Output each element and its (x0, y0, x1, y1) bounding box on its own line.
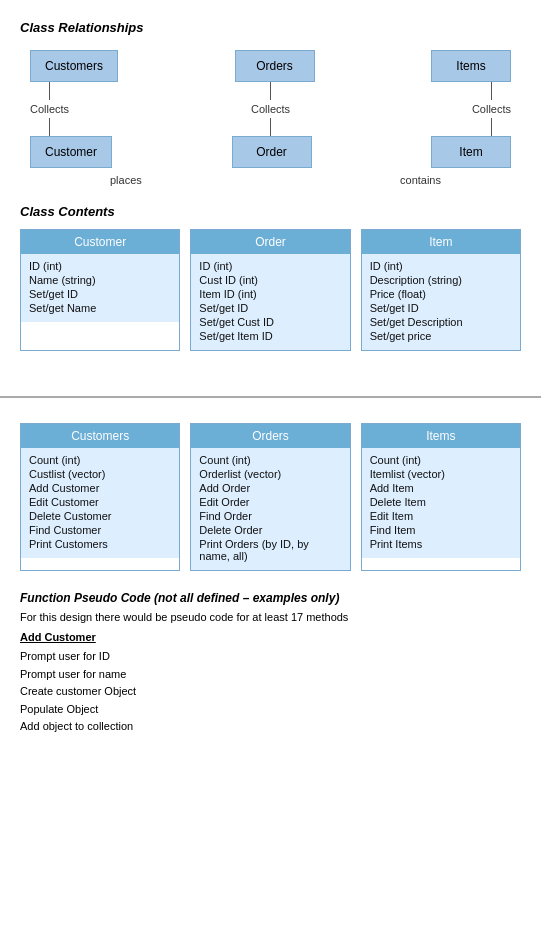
cust-coll-item-5: Find Customer (29, 524, 171, 536)
contains-label: contains (400, 174, 441, 186)
customers-top-box: Customers (30, 50, 118, 82)
order-body: ID (int) Cust ID (int) Item ID (int) Set… (191, 254, 349, 350)
line1 (49, 82, 50, 100)
func-code-line-1: Prompt user for name (20, 666, 521, 684)
connector-orders: Collects (251, 82, 290, 136)
item-item-5: Set/get price (370, 330, 512, 342)
order-item-1: Cust ID (int) (199, 274, 341, 286)
page-top: Class Relationships Customers Orders Ite… (0, 0, 541, 381)
order-content-box: Order ID (int) Cust ID (int) Item ID (in… (190, 229, 350, 351)
customer-item-3: Set/get Name (29, 302, 171, 314)
customer-item-0: ID (int) (29, 260, 171, 272)
func-code-line-3: Populate Object (20, 701, 521, 719)
label-collects-1: Collects (30, 103, 69, 115)
func-code-line-0: Prompt user for ID (20, 648, 521, 666)
item-bottom-box: Item (431, 136, 511, 168)
customer-body: ID (int) Name (string) Set/get ID Set/ge… (21, 254, 179, 322)
customers-coll-header: Customers (21, 424, 179, 448)
connector-customers: Collects (30, 82, 69, 136)
item-item-2: Price (float) (370, 288, 512, 300)
order-item-2: Item ID (int) (199, 288, 341, 300)
line6 (491, 118, 492, 136)
customer-content-box: Customer ID (int) Name (string) Set/get … (20, 229, 180, 351)
order-item-4: Set/get Cust ID (199, 316, 341, 328)
bottom-section: Customers Count (int) Custlist (vector) … (0, 413, 541, 746)
rel-bottom-row: Customer Order Item (30, 136, 511, 168)
items-coll-body: Count (int) Itemlist (vector) Add Item D… (362, 448, 520, 558)
customers-coll-body: Count (int) Custlist (vector) Add Custom… (21, 448, 179, 558)
customer-item-2: Set/get ID (29, 288, 171, 300)
cust-coll-item-4: Delete Customer (29, 510, 171, 522)
functions-section: Function Pseudo Code (not all defined – … (20, 591, 521, 736)
section2-title: Class Contents (20, 204, 521, 219)
customer-item-1: Name (string) (29, 274, 171, 286)
connector-items: Collects (472, 82, 511, 136)
order-bottom-box: Order (232, 136, 312, 168)
cust-coll-item-0: Count (int) (29, 454, 171, 466)
func-desc: For this design there would be pseudo co… (20, 611, 521, 623)
line3 (270, 82, 271, 100)
label-collects-2: Collects (251, 103, 290, 115)
items-top-box: Items (431, 50, 511, 82)
orders-top-box: Orders (235, 50, 315, 82)
item-coll-item-2: Add Item (370, 482, 512, 494)
orders-collection-box: Orders Count (int) Orderlist (vector) Ad… (190, 423, 350, 571)
cust-coll-item-2: Add Customer (29, 482, 171, 494)
collections-area: Customers Count (int) Custlist (vector) … (20, 423, 521, 571)
items-coll-header: Items (362, 424, 520, 448)
item-item-4: Set/get Description (370, 316, 512, 328)
item-header: Item (362, 230, 520, 254)
ord-coll-item-1: Orderlist (vector) (199, 468, 341, 480)
item-coll-item-5: Find Item (370, 524, 512, 536)
relationships-diagram: Customers Orders Items Collects Collects… (20, 45, 521, 194)
ord-coll-item-6: Print Orders (by ID, by name, all) (199, 538, 341, 562)
cust-coll-item-1: Custlist (vector) (29, 468, 171, 480)
item-body: ID (int) Description (string) Price (flo… (362, 254, 520, 350)
items-collection-box: Items Count (int) Itemlist (vector) Add … (361, 423, 521, 571)
orders-coll-body: Count (int) Orderlist (vector) Add Order… (191, 448, 349, 570)
line4 (270, 118, 271, 136)
order-item-3: Set/get ID (199, 302, 341, 314)
order-header: Order (191, 230, 349, 254)
places-label: places (110, 174, 142, 186)
func-code-line-2: Create customer Object (20, 683, 521, 701)
func-code: Prompt user for ID Prompt user for name … (20, 648, 521, 736)
line2 (49, 118, 50, 136)
section1-title: Class Relationships (20, 20, 521, 35)
label-collects-3: Collects (472, 103, 511, 115)
ord-coll-item-4: Find Order (199, 510, 341, 522)
customers-collection-box: Customers Count (int) Custlist (vector) … (20, 423, 180, 571)
func-link: Add Customer (20, 631, 521, 643)
cust-coll-item-3: Edit Customer (29, 496, 171, 508)
customer-header: Customer (21, 230, 179, 254)
item-coll-item-0: Count (int) (370, 454, 512, 466)
bottom-labels-row: places contains (30, 168, 511, 189)
func-code-line-4: Add object to collection (20, 718, 521, 736)
page-divider (0, 396, 541, 398)
order-item-0: ID (int) (199, 260, 341, 272)
item-item-3: Set/get ID (370, 302, 512, 314)
orders-coll-header: Orders (191, 424, 349, 448)
item-coll-item-3: Delete Item (370, 496, 512, 508)
func-title: Function Pseudo Code (not all defined – … (20, 591, 521, 605)
order-item-5: Set/get Item ID (199, 330, 341, 342)
item-item-1: Description (string) (370, 274, 512, 286)
class-contents-area: Customer ID (int) Name (string) Set/get … (20, 229, 521, 351)
item-coll-item-6: Print Items (370, 538, 512, 550)
customer-bottom-box: Customer (30, 136, 112, 168)
ord-coll-item-5: Delete Order (199, 524, 341, 536)
ord-coll-item-3: Edit Order (199, 496, 341, 508)
cust-coll-item-6: Print Customers (29, 538, 171, 550)
line5 (491, 82, 492, 100)
item-item-0: ID (int) (370, 260, 512, 272)
item-content-box: Item ID (int) Description (string) Price… (361, 229, 521, 351)
ord-coll-item-2: Add Order (199, 482, 341, 494)
item-coll-item-1: Itemlist (vector) (370, 468, 512, 480)
rel-top-row: Customers Orders Items (30, 50, 511, 82)
item-coll-item-4: Edit Item (370, 510, 512, 522)
rel-connector-row: Collects Collects Collects (30, 82, 511, 136)
ord-coll-item-0: Count (int) (199, 454, 341, 466)
